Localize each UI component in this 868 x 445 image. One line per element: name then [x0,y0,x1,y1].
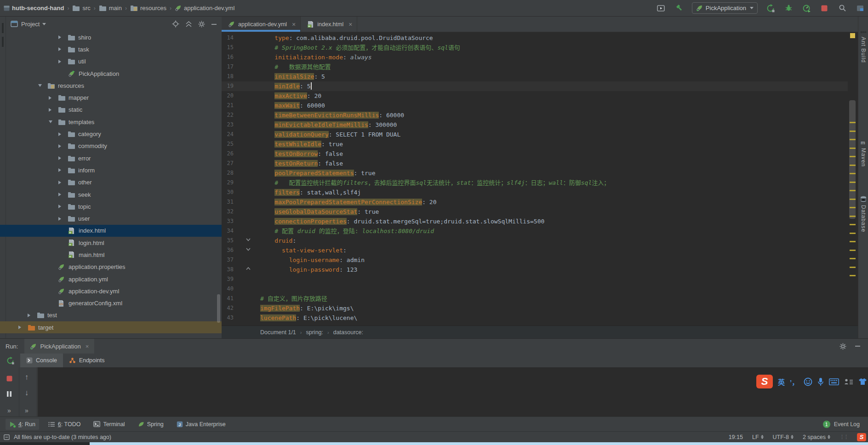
stop-button[interactable] [819,3,829,13]
warning-tick[interactable] [850,258,856,259]
tree-item-main.html[interactable]: Hmain.html [0,249,222,261]
locate-file-icon[interactable] [172,20,179,28]
run-anything-icon[interactable] [656,3,666,13]
hide-panel-icon[interactable] [211,21,217,27]
tree-item-other[interactable]: other [0,177,222,188]
tool-window-button-run[interactable]: 4: Run [6,419,39,430]
warning-tick[interactable] [850,216,856,217]
tree-item-category[interactable]: category [0,128,222,140]
code-line-24[interactable]: 24 validationQuery: SELECT 1 FROM DUAL [222,130,848,139]
close-icon[interactable]: × [348,21,352,28]
up-stack-trace-icon[interactable]: ↑ [21,372,32,383]
indent-selector[interactable]: 2 spaces [803,434,830,440]
stop-button[interactable] [4,373,15,384]
more-actions-icon[interactable]: » [21,405,32,416]
run-config-selector[interactable]: PickApplication [692,2,758,14]
lang-toggle[interactable]: 英 [778,377,785,387]
code-editor[interactable]: 14 type: com.alibaba.druid.pool.DruidDat… [222,32,848,325]
code-line-40[interactable]: 40 [222,284,848,294]
code-line-19[interactable]: 19 minIdle: 5 [222,81,848,91]
editor-breadcrumb-item[interactable]: spring: [306,329,324,336]
tree-item-inform[interactable]: inform [0,164,222,176]
editor-scrollbar[interactable] [849,100,856,219]
tree-item-shiro[interactable]: shiro [0,31,222,43]
tree-item-application.properties[interactable]: application.properties [0,261,222,273]
collapse-arrow-icon[interactable] [49,108,58,112]
rerun-button[interactable] [765,3,776,13]
code-line-17[interactable]: 17 # 数据源其他配置 [222,62,848,72]
code-line-38[interactable]: 38 login-password: 123 [222,265,848,274]
code-line-35[interactable]: 35 druid: [222,236,848,245]
event-log-button[interactable]: 1 Event Log [823,421,868,428]
tree-item-error[interactable]: error [0,152,222,164]
warning-tick[interactable] [850,233,856,234]
collapse-arrow-icon[interactable] [58,181,68,184]
tree-item-task[interactable]: task [0,43,222,55]
contacts-icon[interactable] [844,378,853,385]
fold-arrow-icon[interactable] [246,247,251,251]
gear-icon[interactable] [839,343,846,350]
code-line-15[interactable]: 15 # SpringBoot 2.x 必须加配置，才能自动运行创表语句、sql… [222,43,848,52]
down-stack-trace-icon[interactable]: ↓ [21,388,32,399]
tool-stripe-database[interactable]: Database [858,196,868,232]
code-line-41[interactable]: 41# 自定义，图片存放路径 [222,294,848,303]
hide-panel-icon[interactable] [855,343,861,349]
mic-icon[interactable] [817,377,824,386]
tool-window-button-spring[interactable]: Spring [134,419,167,430]
warning-tick[interactable] [850,241,856,242]
expand-arrow-icon[interactable] [38,84,47,87]
code-line-27[interactable]: 27 testOnReturn: false [222,159,848,168]
sogou-logo[interactable]: S [756,375,773,388]
tool-stripe-maven[interactable]: mMaven [858,140,868,167]
punctuation-toggle[interactable]: ’， [790,377,799,387]
collapse-arrow-icon[interactable] [58,168,68,172]
code-line-26[interactable]: 26 testOnBorrow: false [222,149,848,159]
code-line-33[interactable]: 33 connectionProperties: druid.stat.merg… [222,217,848,226]
code-line-21[interactable]: 21 maxWait: 60000 [222,101,848,110]
chevron-down-icon[interactable] [42,23,46,25]
warning-tick[interactable] [850,182,856,183]
encoding-selector[interactable]: UTF-8 [773,434,794,440]
breadcrumb-item-src[interactable]: src [72,5,90,11]
tree-item-static[interactable]: static [0,104,222,116]
tree-item-resources[interactable]: resources [0,80,222,91]
code-line-14[interactable]: 14 type: com.alibaba.druid.pool.DruidDat… [222,33,848,43]
code-line-31[interactable]: 31 maxPoolPreparedStatementPerConnection… [222,197,848,207]
search-everywhere-icon[interactable] [837,3,847,13]
breadcrumb-item-main[interactable]: main [99,5,122,11]
breadcrumb-item-resources[interactable]: resources [130,5,166,11]
code-line-16[interactable]: 16 initialization-mode: always [222,52,848,62]
code-line-25[interactable]: 25 testWhileIdle: true [222,139,848,149]
code-line-20[interactable]: 20 maxActive: 20 [222,91,848,101]
tree-item-login.html[interactable]: Hlogin.html [0,237,222,249]
tab-application-dev-yml[interactable]: application-dev.yml × [222,17,301,32]
tree-item-application-dev.yml[interactable]: application-dev.yml [0,285,222,297]
collapse-arrow-icon[interactable] [49,96,58,100]
tab-console[interactable]: Console [20,354,63,367]
tree-item-generatorConfig.xml[interactable]: </>generatorConfig.xml [0,297,222,309]
gear-icon[interactable] [198,21,205,28]
warning-tick[interactable] [850,190,856,191]
tree-item-mapper[interactable]: mapper [0,91,222,103]
warning-tick[interactable] [850,250,856,251]
tab-endpoints[interactable]: Endpoints [63,354,111,367]
tool-windows-icon[interactable] [855,3,865,13]
warning-tick[interactable] [850,148,856,149]
warning-tick[interactable] [850,199,856,200]
code-line-28[interactable]: 28 poolPreparedStatements: true [222,168,848,178]
code-line-18[interactable]: 18 initialSize: 5 [222,72,848,81]
code-line-43[interactable]: 43lucenePath: E:\pick\lucene\ [222,313,848,323]
more-actions-icon[interactable]: » [4,405,15,416]
warning-tick[interactable] [850,224,856,225]
editor-breadcrumb-item[interactable]: Document 1/1 [260,329,296,336]
code-line-34[interactable]: 34 # 配置 druid 的监控，登陆: localhost:8080/dru… [222,226,848,236]
close-icon[interactable]: × [86,343,89,350]
tree-item-PickApplication[interactable]: PickApplication [0,68,222,80]
tree-item-util[interactable]: util [0,56,222,68]
tree-item-user[interactable]: user [0,212,222,224]
warning-tick[interactable] [850,131,856,132]
cursor-position[interactable]: 19:15 [729,434,743,440]
code-line-36[interactable]: 36 stat-view-servlet: [222,245,848,255]
tool-window-button-todo[interactable]: 6: TODO [45,419,85,430]
tree-item-target[interactable]: target [0,321,222,333]
